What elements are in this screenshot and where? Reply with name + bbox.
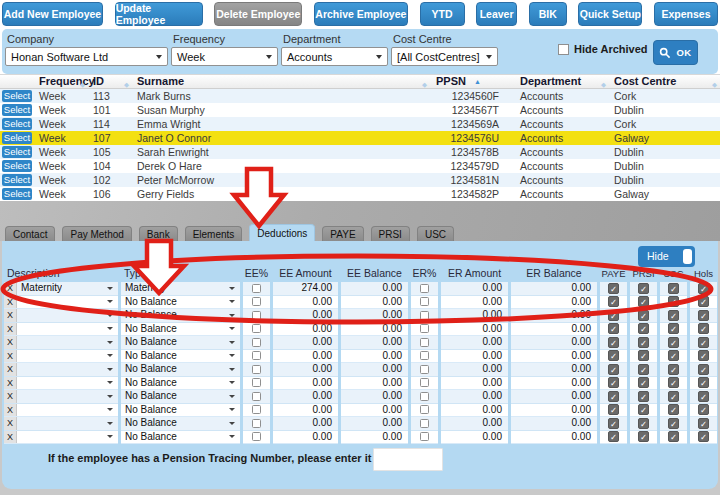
ee-percent-checkbox[interactable] [252, 338, 261, 347]
ee-amount-value[interactable]: 0.00 [273, 336, 338, 350]
ee-amount-value[interactable]: 0.00 [273, 350, 338, 364]
paye-checkbox[interactable]: ✓ [608, 283, 619, 294]
tab-prsi[interactable]: PRSI [371, 226, 410, 241]
er-percent-checkbox[interactable] [420, 324, 429, 333]
ee-percent-checkbox[interactable] [252, 378, 261, 387]
prsi-checkbox[interactable]: ✓ [638, 296, 649, 307]
er-percent-checkbox[interactable] [420, 338, 429, 347]
ee-amount-value[interactable]: 0.00 [273, 309, 338, 323]
remove-deduction-button[interactable]: X [4, 377, 17, 390]
deduction-description-select[interactable] [17, 417, 118, 430]
paye-checkbox[interactable]: ✓ [608, 377, 619, 388]
hols-checkbox[interactable]: ✓ [698, 350, 709, 361]
deduction-type-select[interactable]: No Balance [121, 417, 240, 430]
er-balance-value[interactable]: 0.00 [511, 350, 597, 364]
hols-checkbox[interactable]: ✓ [698, 377, 709, 388]
tab-elements[interactable]: Elements [185, 226, 243, 241]
er-amount-value[interactable]: 0.00 [441, 323, 508, 337]
toolbar-button-expenses[interactable]: Expenses [654, 2, 718, 26]
ee-amount-value[interactable]: 0.00 [273, 296, 338, 310]
ee-balance-value[interactable]: 0.00 [341, 363, 408, 377]
er-amount-value[interactable]: 0.00 [441, 309, 508, 323]
paye-checkbox[interactable]: ✓ [608, 337, 619, 348]
ee-balance-value[interactable]: 0.00 [341, 390, 408, 404]
deduction-type-select[interactable]: No Balance [121, 404, 240, 417]
er-percent-checkbox[interactable] [420, 365, 429, 374]
prsi-checkbox[interactable]: ✓ [638, 283, 649, 294]
toolbar-button-quick-setup[interactable]: Quick Setup [578, 2, 642, 26]
er-balance-value[interactable]: 0.00 [511, 323, 597, 337]
ee-percent-checkbox[interactable] [252, 297, 261, 306]
prsi-checkbox[interactable]: ✓ [638, 404, 649, 415]
deduction-description-select[interactable] [17, 350, 118, 363]
er-amount-value[interactable]: 0.00 [441, 431, 508, 445]
ee-amount-value[interactable]: 0.00 [273, 404, 338, 418]
remove-deduction-button[interactable]: X [4, 296, 17, 309]
hide-archived-checkbox[interactable] [558, 44, 569, 55]
ee-amount-value[interactable]: 0.00 [273, 377, 338, 391]
tab-usc[interactable]: USC [417, 226, 454, 241]
hols-checkbox[interactable]: ✓ [698, 418, 709, 429]
usc-checkbox[interactable]: ✓ [668, 310, 679, 321]
usc-checkbox[interactable]: ✓ [668, 283, 679, 294]
er-amount-value[interactable]: 0.00 [441, 390, 508, 404]
ee-amount-value[interactable]: 0.00 [273, 417, 338, 431]
er-balance-value[interactable]: 0.00 [511, 417, 597, 431]
er-amount-value[interactable]: 0.00 [441, 363, 508, 377]
ee-percent-checkbox[interactable] [252, 365, 261, 374]
toolbar-button-delete-employee[interactable]: Delete Employee [214, 2, 302, 26]
er-balance-value[interactable]: 0.00 [511, 390, 597, 404]
column-header-department[interactable]: Department◆ [516, 75, 609, 88]
usc-checkbox[interactable]: ✓ [668, 364, 679, 375]
ee-balance-value[interactable]: 0.00 [341, 417, 408, 431]
toolbar-button-add-new-employee[interactable]: Add New Employee [2, 2, 103, 26]
select-employee-button[interactable]: Select [2, 174, 32, 186]
er-balance-value[interactable]: 0.00 [511, 336, 597, 350]
hols-checkbox[interactable]: ✓ [698, 310, 709, 321]
deduction-description-select[interactable] [17, 377, 118, 390]
er-amount-value[interactable]: 0.00 [441, 282, 508, 296]
usc-checkbox[interactable]: ✓ [668, 404, 679, 415]
deduction-type-select[interactable]: No Balance [121, 296, 240, 309]
frequency-select[interactable]: Week [171, 47, 278, 66]
er-percent-checkbox[interactable] [420, 432, 429, 441]
ee-percent-checkbox[interactable] [252, 311, 261, 320]
tab-bank[interactable]: Bank [139, 226, 178, 241]
er-percent-checkbox[interactable] [420, 405, 429, 414]
paye-checkbox[interactable]: ✓ [608, 310, 619, 321]
usc-checkbox[interactable]: ✓ [668, 418, 679, 429]
ee-balance-value[interactable]: 0.00 [341, 296, 408, 310]
er-percent-checkbox[interactable] [420, 311, 429, 320]
tab-deductions[interactable]: Deductions [249, 224, 315, 241]
ee-percent-checkbox[interactable] [252, 419, 261, 428]
deduction-type-select[interactable]: Maternity [121, 282, 240, 295]
ee-percent-checkbox[interactable] [252, 324, 261, 333]
select-employee-button[interactable]: Select [2, 104, 32, 116]
column-header-ppsn[interactable]: PPSN▲ [430, 75, 516, 88]
prsi-checkbox[interactable]: ✓ [638, 377, 649, 388]
er-balance-value[interactable]: 0.00 [511, 377, 597, 391]
paye-checkbox[interactable]: ✓ [608, 350, 619, 361]
hols-checkbox[interactable]: ✓ [698, 283, 709, 294]
paye-checkbox[interactable]: ✓ [608, 418, 619, 429]
deduction-type-select[interactable]: No Balance [121, 309, 240, 322]
remove-deduction-button[interactable]: X [4, 336, 17, 349]
deduction-description-select[interactable] [17, 323, 118, 336]
deduction-description-select[interactable] [17, 390, 118, 403]
toolbar-button-archive-employee[interactable]: Archive Employee [314, 2, 408, 26]
ee-balance-value[interactable]: 0.00 [341, 323, 408, 337]
er-balance-value[interactable]: 0.00 [511, 296, 597, 310]
select-employee-button[interactable]: Select [2, 132, 32, 144]
usc-checkbox[interactable]: ✓ [668, 377, 679, 388]
ee-balance-value[interactable]: 0.00 [341, 404, 408, 418]
paye-checkbox[interactable]: ✓ [608, 323, 619, 334]
ee-percent-checkbox[interactable] [252, 392, 261, 401]
er-balance-value[interactable]: 0.00 [511, 404, 597, 418]
deduction-description-select[interactable] [17, 336, 118, 349]
tab-contact[interactable]: Contact [5, 226, 55, 241]
select-employee-button[interactable]: Select [2, 160, 32, 172]
ee-percent-checkbox[interactable] [252, 405, 261, 414]
deduction-description-select[interactable] [17, 363, 118, 376]
select-employee-button[interactable]: Select [2, 118, 32, 130]
er-amount-value[interactable]: 0.00 [441, 350, 508, 364]
